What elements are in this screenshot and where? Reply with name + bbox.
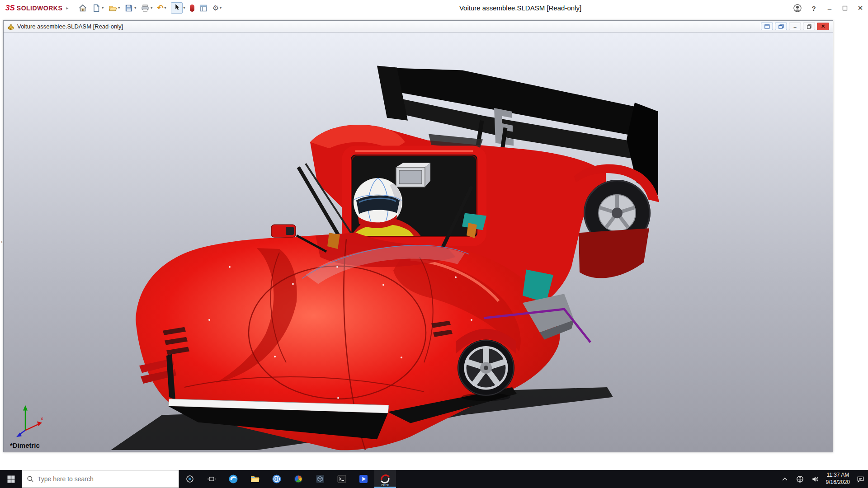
select-cursor-icon — [173, 3, 181, 11]
edge-icon — [228, 474, 238, 484]
home-icon — [78, 4, 87, 13]
windows-taskbar: 2020 11:37 AM 9/16/2020 — [0, 470, 868, 488]
taskbar-clock[interactable]: 11:37 AM 9/16/2020 — [826, 472, 850, 486]
3dexperience-button[interactable] — [188, 1, 196, 15]
document-titlebar[interactable]: Voiture assemblee.SLDASM [Read-only] – ✕ — [4, 21, 833, 33]
dassault-mark-icon: 3S — [5, 4, 15, 13]
terminal-icon — [337, 474, 347, 484]
print-button[interactable]: ▾ — [139, 1, 154, 15]
chevron-down-icon[interactable]: ▾ — [220, 6, 222, 10]
chevron-down-icon[interactable]: ▾ — [151, 6, 152, 10]
close-icon: ✕ — [821, 23, 825, 29]
window-title: Voiture assemblee.SLDASM [Read-only] — [459, 4, 581, 12]
home-button[interactable] — [76, 1, 89, 15]
brand-expand-arrow-icon[interactable]: ▸ — [66, 5, 68, 10]
options-button[interactable]: ⚙ ▾ — [211, 1, 223, 15]
print-icon — [141, 4, 150, 13]
chevron-down-icon[interactable]: ▾ — [165, 6, 166, 10]
volume-icon — [811, 475, 819, 483]
solidworks-wordmark: SOLIDWORKS — [17, 5, 62, 12]
start-button[interactable] — [0, 470, 22, 488]
system-tray: 11:37 AM 9/16/2020 — [775, 470, 868, 488]
save-icon — [124, 4, 133, 13]
dark-cube-app-icon — [315, 474, 325, 484]
titlebar-right-controls: ? – ✕ — [789, 0, 868, 16]
help-icon: ? — [811, 5, 816, 12]
document-window-controls: – ✕ — [761, 23, 829, 30]
select-tool-button[interactable]: ▾ — [169, 1, 187, 15]
new-window-icon — [764, 24, 770, 29]
taskbar-app-terminal[interactable] — [331, 470, 353, 488]
quick-access-toolbar: ▾ ▾ ▾ ▾ ↶ ▾ ▾ ⚙ — [76, 1, 223, 15]
taskbar-search[interactable] — [22, 470, 179, 488]
3dexperience-icon — [190, 5, 194, 12]
tile-window-icon — [778, 24, 784, 29]
task-pane-icon — [199, 4, 208, 13]
gear-icon: ⚙ — [212, 5, 219, 12]
action-center-icon — [857, 475, 864, 483]
file-explorer-icon — [250, 474, 260, 484]
chevron-up-icon — [782, 477, 788, 481]
chevron-down-icon[interactable]: ▾ — [118, 6, 120, 10]
account-button[interactable] — [789, 0, 806, 16]
network-icon — [796, 475, 804, 483]
taskbar-app-edge[interactable] — [222, 470, 244, 488]
solidworks-client-area: ‹ Voiture assemblee.SLDASM [Read-only] – — [0, 16, 868, 470]
network-button[interactable] — [795, 470, 805, 488]
search-input[interactable] — [38, 475, 174, 483]
tile-window-button[interactable] — [775, 23, 787, 30]
chevron-down-icon[interactable]: ▾ — [134, 6, 136, 10]
document-window: Voiture assemblee.SLDASM [Read-only] – ✕ — [3, 20, 833, 452]
panel-flyout-arrow-icon[interactable]: ‹ — [1, 239, 3, 245]
new-document-button[interactable]: ▾ — [90, 1, 105, 15]
taskbar-app-browser[interactable] — [266, 470, 288, 488]
task-view-button[interactable] — [201, 470, 222, 488]
cortana-icon — [186, 475, 194, 483]
assembly-document-icon — [7, 23, 14, 30]
doc-close-button[interactable]: ✕ — [817, 23, 829, 30]
taskbar-app-solidworks[interactable]: 2020 — [374, 470, 396, 488]
open-folder-icon — [108, 4, 117, 13]
chevron-down-icon[interactable]: ▾ — [102, 6, 104, 10]
media-player-icon — [359, 474, 368, 484]
doc-restore-button[interactable] — [803, 23, 815, 30]
select-cursor-box[interactable] — [171, 2, 183, 14]
solidworks-version-badge: 2020 — [381, 483, 389, 487]
cortana-button[interactable] — [179, 470, 201, 488]
help-button[interactable]: ? — [806, 0, 822, 16]
solidworks-logo: 3S SOLIDWORKS — [5, 4, 62, 13]
task-view-icon — [208, 475, 216, 483]
undo-button[interactable]: ↶ ▾ — [155, 1, 168, 15]
photos-icon — [293, 474, 303, 484]
view-orientation-label: *Dimetric — [10, 441, 40, 449]
clock-date: 9/16/2020 — [826, 479, 850, 486]
tray-overflow-button[interactable] — [780, 470, 790, 488]
task-pane-button[interactable] — [197, 1, 210, 15]
maximize-button[interactable] — [837, 0, 853, 16]
graphics-viewport[interactable]: x *Dimetric — [4, 33, 833, 452]
minimize-button[interactable]: – — [822, 0, 837, 16]
action-center-button[interactable] — [855, 470, 865, 488]
document-title: Voiture assemblee.SLDASM [Read-only] — [17, 23, 123, 30]
taskbar-app-cube[interactable] — [309, 470, 331, 488]
search-icon — [27, 475, 34, 483]
clock-time: 11:37 AM — [826, 472, 850, 479]
chevron-down-icon[interactable]: ▾ — [184, 6, 185, 10]
taskbar-app-file-explorer[interactable] — [244, 470, 266, 488]
amber-detail — [327, 233, 340, 249]
taskbar-app-media[interactable] — [353, 470, 374, 488]
minimize-icon: – — [793, 24, 796, 29]
windows-logo-icon — [7, 475, 15, 483]
account-icon — [793, 4, 802, 13]
triad-x-label: x — [41, 416, 43, 421]
minimize-icon: – — [828, 5, 831, 12]
new-window-button[interactable] — [761, 23, 773, 30]
close-button[interactable]: ✕ — [853, 0, 868, 16]
3d-scene[interactable]: x — [4, 33, 833, 452]
open-button[interactable]: ▾ — [106, 1, 122, 15]
taskbar-app-photos[interactable] — [288, 470, 309, 488]
doc-minimize-button[interactable]: – — [789, 23, 801, 30]
volume-button[interactable] — [811, 470, 821, 488]
save-button[interactable]: ▾ — [123, 1, 138, 15]
rearview-mirror[interactable] — [396, 163, 430, 187]
